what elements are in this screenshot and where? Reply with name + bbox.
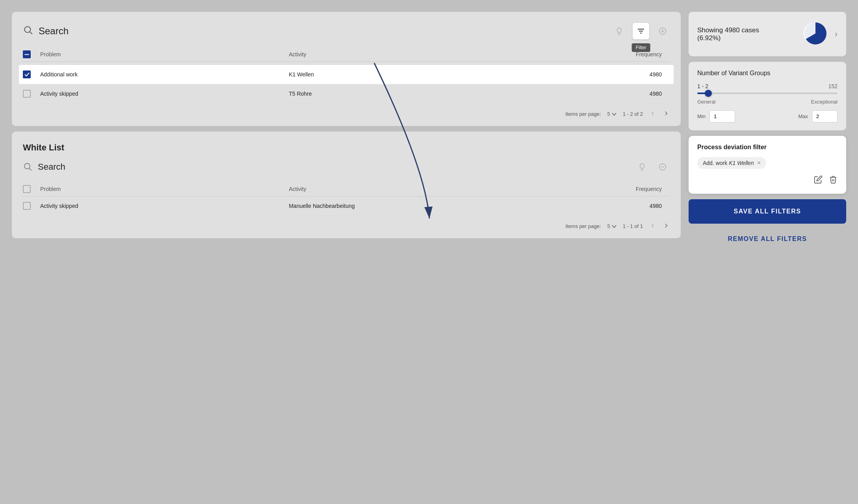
right-panel: Showing 4980 cases (6.92%) › Number of V… bbox=[689, 12, 846, 249]
row-1-problem: Additional work bbox=[40, 71, 289, 78]
pie-chart bbox=[802, 20, 829, 48]
row-2-frequency: 4980 bbox=[537, 91, 670, 97]
next-page-btn[interactable] bbox=[663, 110, 670, 118]
row-checkbox-2[interactable] bbox=[23, 90, 31, 98]
min-max-row: Min Max bbox=[697, 110, 838, 122]
row-2-activity: T5 Rohre bbox=[289, 91, 537, 97]
table-row[interactable]: Additional work K1 Wellen 4980 bbox=[19, 65, 674, 84]
whitelist-lightbulb-icon[interactable] bbox=[635, 160, 649, 174]
edit-icon[interactable] bbox=[814, 175, 823, 186]
stats-card: Showing 4980 cases (6.92%) › bbox=[689, 12, 846, 56]
whitelist-table-header: Problem Activity Frequency bbox=[23, 182, 670, 196]
row-2-problem: Activity skipped bbox=[40, 91, 289, 97]
variant-groups-title: Number of Variant Groups bbox=[697, 70, 838, 77]
filter-tag: Add. work K1 Wellen × bbox=[697, 157, 766, 169]
whitelist-items-per-page-select[interactable]: 5 bbox=[607, 223, 616, 229]
min-input[interactable] bbox=[709, 110, 735, 122]
svg-rect-8 bbox=[24, 54, 29, 55]
add-icon[interactable] bbox=[656, 24, 670, 38]
prev-page-btn[interactable] bbox=[649, 110, 656, 118]
row-checkbox-1[interactable] bbox=[23, 70, 31, 78]
top-pagination: Items per page: 5 1 - 2 of 2 bbox=[23, 110, 670, 118]
whitelist-col-activity-header: Activity bbox=[289, 186, 537, 192]
whitelist-row-checkbox-1[interactable] bbox=[23, 202, 31, 210]
filter-tag-text: Add. work K1 Wellen bbox=[703, 160, 754, 166]
pie-chart-svg bbox=[802, 20, 829, 47]
left-panel: Search Filter bbox=[12, 12, 681, 238]
general-label: General bbox=[697, 99, 715, 105]
range-label: 1 - 2 bbox=[697, 83, 708, 89]
whitelist-search-title: Search bbox=[38, 162, 635, 172]
exceptional-label: Exceptional bbox=[811, 99, 838, 105]
whitelist-items-per-page-label: Items per page: bbox=[565, 223, 601, 229]
whitelist-header-icons bbox=[635, 160, 670, 174]
stats-chevron[interactable]: › bbox=[835, 29, 838, 39]
page-range: 1 - 2 of 2 bbox=[623, 111, 643, 117]
range-value: 152 bbox=[828, 83, 838, 89]
whitelist-prev-page-btn[interactable] bbox=[649, 222, 656, 230]
row-1-frequency: 4980 bbox=[537, 71, 670, 78]
whitelist-col-frequency-header: Frequency bbox=[537, 186, 670, 192]
items-per-page-label: Items per page: bbox=[565, 111, 601, 117]
whitelist-page-range: 1 - 1 of 1 bbox=[623, 223, 643, 229]
row-1-activity: K1 Wellen bbox=[289, 71, 537, 78]
delete-icon[interactable] bbox=[829, 175, 838, 186]
table-row[interactable]: Activity skipped T5 Rohre 4980 bbox=[19, 84, 674, 104]
whitelist-minus-icon[interactable] bbox=[656, 160, 670, 174]
search-icon bbox=[23, 25, 33, 38]
slider-thumb[interactable] bbox=[705, 90, 712, 97]
col-frequency-header: Frequency bbox=[537, 51, 670, 57]
whitelist-title: White List bbox=[23, 143, 670, 153]
whitelist-col-problem-header: Problem bbox=[40, 186, 289, 192]
whitelist-search-icon bbox=[23, 162, 32, 172]
svg-line-1 bbox=[30, 32, 32, 34]
header-checkbox-minus[interactable] bbox=[23, 50, 31, 58]
save-all-filters-button[interactable]: SAVE ALL FILTERS bbox=[689, 199, 846, 224]
variant-groups-card: Number of Variant Groups 1 - 2 152 Gener… bbox=[689, 62, 846, 130]
col-activity-header: Activity bbox=[289, 51, 537, 57]
filter-button[interactable]: Filter bbox=[633, 23, 649, 39]
max-input[interactable] bbox=[812, 110, 838, 122]
min-label: Min bbox=[697, 113, 706, 119]
lightbulb-icon[interactable] bbox=[612, 24, 626, 38]
search-header: Search Filter bbox=[23, 23, 670, 39]
stats-text: Showing 4980 cases (6.92%) bbox=[697, 26, 796, 42]
whitelist-next-page-btn[interactable] bbox=[663, 222, 670, 230]
max-label: Max bbox=[798, 113, 808, 119]
filter-tag-close[interactable]: × bbox=[757, 160, 761, 166]
svg-line-10 bbox=[30, 168, 32, 170]
col-problem-header: Problem bbox=[40, 51, 289, 57]
header-check-col bbox=[23, 50, 40, 58]
whitelist-search-header: Search bbox=[23, 160, 670, 174]
search-title: Search bbox=[39, 26, 612, 37]
slider-track bbox=[697, 93, 838, 94]
whitelist-table-row[interactable]: Activity skipped Manuelle Nachbearbeitun… bbox=[19, 196, 674, 216]
filter-tooltip: Filter bbox=[632, 43, 650, 52]
deviation-filter-card: Process deviation filter Add. work K1 We… bbox=[689, 136, 846, 194]
header-icons: Filter bbox=[612, 23, 670, 39]
whitelist-row-1-frequency: 4980 bbox=[537, 203, 670, 209]
deviation-actions bbox=[697, 175, 838, 186]
table-header: Problem Activity Frequency bbox=[23, 47, 670, 62]
whitelist-row-1-activity: Manuelle Nachbearbeitung bbox=[289, 203, 537, 209]
items-per-page-select[interactable]: 5 bbox=[607, 111, 616, 117]
remove-all-filters-button[interactable]: REMOVE ALL FILTERS bbox=[689, 229, 846, 249]
whitelist-card: White List Search bbox=[12, 132, 681, 238]
search-card: Search Filter bbox=[12, 12, 681, 126]
whitelist-row-1-problem: Activity skipped bbox=[40, 203, 289, 209]
svg-point-9 bbox=[24, 163, 30, 169]
whitelist-pagination: Items per page: 5 1 - 1 of 1 bbox=[23, 222, 670, 230]
deviation-filter-title: Process deviation filter bbox=[697, 144, 838, 151]
whitelist-header-checkbox[interactable] bbox=[23, 185, 31, 193]
svg-point-0 bbox=[24, 26, 30, 32]
